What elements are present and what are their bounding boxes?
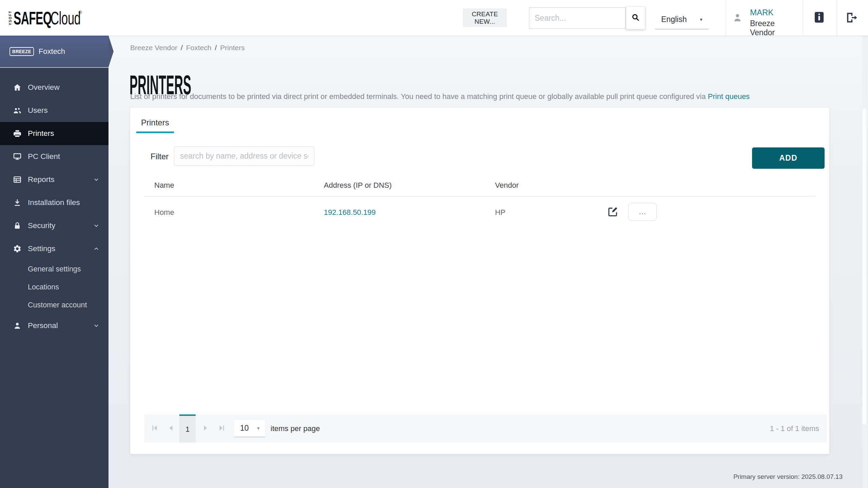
main-content: Breeze Vendor / Foxtech / Printers PRINT…: [108, 36, 868, 488]
last-page-button[interactable]: [215, 422, 229, 435]
account-header-arrow: [108, 36, 114, 67]
download-icon: [13, 198, 22, 207]
sidebar-item-label: Reports: [28, 175, 55, 184]
ysoft-vertical-text: YSOFT: [9, 11, 12, 25]
app-logo: YSOFT SAFEQ Cloud ®: [9, 0, 82, 36]
cell-printer-vendor: HP: [495, 208, 506, 217]
printer-address-link[interactable]: 192.168.50.199: [324, 208, 376, 217]
chevron-up-icon: [93, 245, 100, 252]
search-button[interactable]: [626, 6, 645, 29]
help-button[interactable]: [812, 10, 827, 25]
sidebar-item-label: Locations: [28, 283, 59, 291]
app-root: YSOFT SAFEQ Cloud ® CREATE NEW... Englis…: [0, 0, 868, 488]
column-header-address: Address (IP or DNS): [324, 181, 392, 190]
first-page-button[interactable]: [148, 422, 161, 435]
page-size-select[interactable]: 10 ▼: [234, 420, 265, 437]
last-page-icon: [217, 428, 226, 433]
next-page-icon: [201, 428, 210, 433]
printers-card: Printers Filter ADD Name Address (IP or …: [130, 108, 829, 454]
next-page-button[interactable]: [199, 422, 212, 435]
create-new-button[interactable]: CREATE NEW...: [463, 8, 507, 27]
column-header-vendor: Vendor: [495, 181, 519, 190]
topbar: YSOFT SAFEQ Cloud ® CREATE NEW... Englis…: [0, 0, 868, 36]
edit-pencil-icon: [607, 214, 619, 219]
sidebar-item-label: General settings: [28, 265, 81, 273]
scrollbar-track[interactable]: [862, 36, 868, 488]
page-description: List of printers for documents to be pri…: [130, 92, 750, 101]
previous-page-button[interactable]: [164, 422, 178, 435]
sidebar-item-label: Installation files: [28, 198, 80, 207]
filter-label: Filter: [151, 152, 169, 161]
topbar-divider: [803, 0, 803, 36]
sidebar-item-printers[interactable]: Printers: [0, 122, 108, 145]
gear-icon: [13, 244, 22, 253]
search-input[interactable]: [529, 7, 626, 29]
printer-icon: [13, 129, 22, 138]
caret-down-icon: ▼: [699, 18, 703, 22]
users-icon: [13, 106, 22, 115]
breadcrumb: Breeze Vendor / Foxtech / Printers: [130, 44, 245, 52]
sidebar-item-users[interactable]: Users: [0, 99, 108, 122]
sidebar-item-installation-files[interactable]: Installation files: [0, 191, 108, 214]
cell-printer-name: Home: [154, 208, 174, 217]
search-icon: [631, 13, 640, 23]
tab-printers[interactable]: Printers: [136, 113, 174, 133]
monitor-icon: [13, 152, 22, 161]
breadcrumb-item-foxtech[interactable]: Foxtech: [186, 44, 212, 52]
sidebar-item-general-settings[interactable]: General settings: [0, 260, 108, 278]
breadcrumb-separator: /: [215, 44, 217, 52]
brand-cloud: Cloud: [51, 7, 81, 28]
sidebar-item-label: Users: [28, 106, 48, 115]
lock-icon: [13, 221, 22, 230]
sidebar: BREEZE Foxtech Overview Users: [0, 36, 108, 488]
logout-button[interactable]: [843, 11, 859, 25]
page-size-value: 10: [240, 424, 249, 433]
server-version-label: Primary server version: 2025.08.07.13: [733, 473, 843, 481]
user-account: Breeze Vendor: [750, 19, 802, 37]
page-description-text: List of printers for documents to be pri…: [130, 92, 708, 101]
person-icon: [13, 321, 22, 330]
reports-table-icon: [13, 175, 22, 184]
help-book-icon: [812, 20, 826, 25]
filter-input[interactable]: [174, 146, 314, 166]
chevron-down-icon: [93, 322, 100, 329]
sidebar-item-overview[interactable]: Overview: [0, 76, 108, 99]
sidebar-item-settings[interactable]: Settings: [0, 237, 108, 260]
sidebar-item-label: Settings: [28, 244, 55, 253]
user-name: MARK: [750, 8, 773, 17]
previous-page-icon: [166, 428, 175, 433]
sidebar-item-locations[interactable]: Locations: [0, 278, 108, 296]
table-header-divider: [144, 196, 816, 197]
chevron-down-icon: [93, 176, 100, 183]
sidebar-item-pc-client[interactable]: PC Client: [0, 145, 108, 168]
sidebar-item-label: Overview: [28, 83, 60, 92]
user-menu[interactable]: MARK Breeze Vendor: [728, 0, 802, 36]
language-select[interactable]: English ▼: [655, 10, 709, 29]
home-icon: [13, 83, 22, 92]
registered-mark: ®: [79, 10, 82, 15]
breadcrumb-item-breeze-vendor[interactable]: Breeze Vendor: [130, 44, 177, 52]
sidebar-item-label: Security: [28, 221, 55, 230]
sidebar-item-label: Printers: [28, 129, 54, 138]
breadcrumb-item-printers[interactable]: Printers: [220, 44, 244, 52]
sidebar-item-customer-account[interactable]: Customer account: [0, 296, 108, 314]
pagination-bar: 1 10 ▼ items per page 1 - 1 of 1 items: [144, 414, 827, 443]
print-queues-link[interactable]: Print queues: [708, 92, 750, 101]
scrollbar-thumb[interactable]: [862, 108, 867, 425]
pagination-range-label: 1 - 1 of 1 items: [770, 424, 819, 433]
sidebar-item-security[interactable]: Security: [0, 214, 108, 237]
caret-down-icon: ▼: [256, 426, 260, 430]
row-more-actions-button[interactable]: ...: [628, 203, 657, 221]
account-header[interactable]: BREEZE Foxtech: [0, 36, 108, 67]
edit-printer-button[interactable]: [605, 204, 620, 220]
items-per-page-label: items per page: [271, 424, 320, 433]
sidebar-item-reports[interactable]: Reports: [0, 168, 108, 191]
sidebar-item-personal[interactable]: Personal: [0, 314, 108, 337]
page-1-button[interactable]: 1: [179, 414, 196, 443]
add-button[interactable]: ADD: [752, 147, 825, 169]
user-icon: [732, 12, 743, 23]
logout-icon: [844, 20, 858, 25]
language-label: English: [661, 15, 687, 24]
sidebar-item-label: Personal: [28, 321, 58, 330]
first-page-icon: [150, 428, 159, 433]
